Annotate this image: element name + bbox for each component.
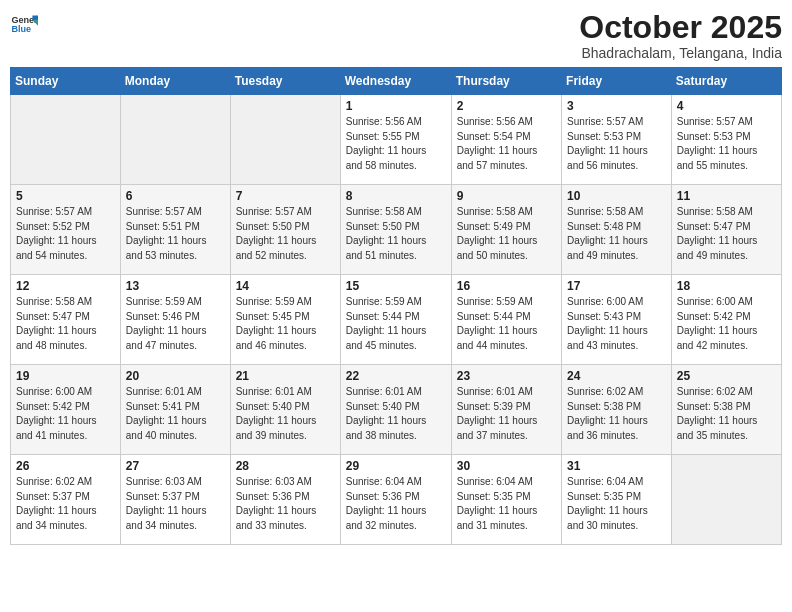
day-info: Sunrise: 6:01 AM Sunset: 5:41 PM Dayligh… [126,385,225,443]
day-cell: 30Sunrise: 6:04 AM Sunset: 5:35 PM Dayli… [451,455,561,545]
day-number: 28 [236,459,335,473]
header-row: SundayMondayTuesdayWednesdayThursdayFrid… [11,68,782,95]
day-cell: 4Sunrise: 5:57 AM Sunset: 5:53 PM Daylig… [671,95,781,185]
day-number: 12 [16,279,115,293]
header-day-sunday: Sunday [11,68,121,95]
day-cell: 11Sunrise: 5:58 AM Sunset: 5:47 PM Dayli… [671,185,781,275]
day-info: Sunrise: 5:59 AM Sunset: 5:46 PM Dayligh… [126,295,225,353]
day-cell: 27Sunrise: 6:03 AM Sunset: 5:37 PM Dayli… [120,455,230,545]
calendar-table: SundayMondayTuesdayWednesdayThursdayFrid… [10,67,782,545]
day-info: Sunrise: 6:02 AM Sunset: 5:37 PM Dayligh… [16,475,115,533]
day-info: Sunrise: 5:57 AM Sunset: 5:50 PM Dayligh… [236,205,335,263]
header-day-friday: Friday [562,68,672,95]
day-cell: 6Sunrise: 5:57 AM Sunset: 5:51 PM Daylig… [120,185,230,275]
day-info: Sunrise: 5:58 AM Sunset: 5:48 PM Dayligh… [567,205,666,263]
day-cell: 3Sunrise: 5:57 AM Sunset: 5:53 PM Daylig… [562,95,672,185]
header-day-saturday: Saturday [671,68,781,95]
day-number: 2 [457,99,556,113]
day-number: 29 [346,459,446,473]
day-cell [230,95,340,185]
calendar-subtitle: Bhadrachalam, Telangana, India [579,45,782,61]
day-cell [120,95,230,185]
day-info: Sunrise: 6:01 AM Sunset: 5:40 PM Dayligh… [346,385,446,443]
day-number: 14 [236,279,335,293]
header-day-monday: Monday [120,68,230,95]
day-number: 16 [457,279,556,293]
day-cell: 8Sunrise: 5:58 AM Sunset: 5:50 PM Daylig… [340,185,451,275]
day-number: 6 [126,189,225,203]
day-number: 4 [677,99,776,113]
day-info: Sunrise: 6:03 AM Sunset: 5:37 PM Dayligh… [126,475,225,533]
day-number: 26 [16,459,115,473]
day-number: 24 [567,369,666,383]
day-cell: 14Sunrise: 5:59 AM Sunset: 5:45 PM Dayli… [230,275,340,365]
day-info: Sunrise: 6:01 AM Sunset: 5:40 PM Dayligh… [236,385,335,443]
calendar-title: October 2025 [579,10,782,45]
day-cell: 23Sunrise: 6:01 AM Sunset: 5:39 PM Dayli… [451,365,561,455]
title-block: October 2025 Bhadrachalam, Telangana, In… [579,10,782,61]
day-info: Sunrise: 6:04 AM Sunset: 5:36 PM Dayligh… [346,475,446,533]
day-cell: 25Sunrise: 6:02 AM Sunset: 5:38 PM Dayli… [671,365,781,455]
week-row-4: 26Sunrise: 6:02 AM Sunset: 5:37 PM Dayli… [11,455,782,545]
day-number: 17 [567,279,666,293]
day-number: 7 [236,189,335,203]
day-number: 18 [677,279,776,293]
day-cell: 18Sunrise: 6:00 AM Sunset: 5:42 PM Dayli… [671,275,781,365]
day-number: 20 [126,369,225,383]
day-info: Sunrise: 6:03 AM Sunset: 5:36 PM Dayligh… [236,475,335,533]
header-day-tuesday: Tuesday [230,68,340,95]
day-info: Sunrise: 6:00 AM Sunset: 5:43 PM Dayligh… [567,295,666,353]
day-info: Sunrise: 5:58 AM Sunset: 5:50 PM Dayligh… [346,205,446,263]
day-info: Sunrise: 5:57 AM Sunset: 5:51 PM Dayligh… [126,205,225,263]
day-info: Sunrise: 5:56 AM Sunset: 5:54 PM Dayligh… [457,115,556,173]
day-info: Sunrise: 5:59 AM Sunset: 5:44 PM Dayligh… [457,295,556,353]
day-number: 8 [346,189,446,203]
day-cell: 24Sunrise: 6:02 AM Sunset: 5:38 PM Dayli… [562,365,672,455]
day-info: Sunrise: 5:58 AM Sunset: 5:47 PM Dayligh… [677,205,776,263]
day-info: Sunrise: 6:04 AM Sunset: 5:35 PM Dayligh… [457,475,556,533]
day-info: Sunrise: 5:58 AM Sunset: 5:47 PM Dayligh… [16,295,115,353]
day-cell: 20Sunrise: 6:01 AM Sunset: 5:41 PM Dayli… [120,365,230,455]
day-cell: 29Sunrise: 6:04 AM Sunset: 5:36 PM Dayli… [340,455,451,545]
day-cell: 31Sunrise: 6:04 AM Sunset: 5:35 PM Dayli… [562,455,672,545]
day-number: 22 [346,369,446,383]
day-cell: 26Sunrise: 6:02 AM Sunset: 5:37 PM Dayli… [11,455,121,545]
day-number: 31 [567,459,666,473]
week-row-3: 19Sunrise: 6:00 AM Sunset: 5:42 PM Dayli… [11,365,782,455]
day-cell: 22Sunrise: 6:01 AM Sunset: 5:40 PM Dayli… [340,365,451,455]
day-number: 11 [677,189,776,203]
day-info: Sunrise: 6:02 AM Sunset: 5:38 PM Dayligh… [677,385,776,443]
week-row-2: 12Sunrise: 5:58 AM Sunset: 5:47 PM Dayli… [11,275,782,365]
day-info: Sunrise: 5:59 AM Sunset: 5:45 PM Dayligh… [236,295,335,353]
day-cell [11,95,121,185]
day-number: 13 [126,279,225,293]
day-info: Sunrise: 6:01 AM Sunset: 5:39 PM Dayligh… [457,385,556,443]
day-cell: 15Sunrise: 5:59 AM Sunset: 5:44 PM Dayli… [340,275,451,365]
day-info: Sunrise: 5:56 AM Sunset: 5:55 PM Dayligh… [346,115,446,173]
day-cell: 5Sunrise: 5:57 AM Sunset: 5:52 PM Daylig… [11,185,121,275]
header-day-wednesday: Wednesday [340,68,451,95]
day-number: 21 [236,369,335,383]
week-row-1: 5Sunrise: 5:57 AM Sunset: 5:52 PM Daylig… [11,185,782,275]
day-cell: 9Sunrise: 5:58 AM Sunset: 5:49 PM Daylig… [451,185,561,275]
day-cell [671,455,781,545]
day-number: 3 [567,99,666,113]
day-number: 15 [346,279,446,293]
day-info: Sunrise: 6:00 AM Sunset: 5:42 PM Dayligh… [677,295,776,353]
day-cell: 7Sunrise: 5:57 AM Sunset: 5:50 PM Daylig… [230,185,340,275]
day-number: 30 [457,459,556,473]
day-number: 23 [457,369,556,383]
day-cell: 16Sunrise: 5:59 AM Sunset: 5:44 PM Dayli… [451,275,561,365]
calendar-header: General Blue October 2025 Bhadrachalam, … [10,10,782,61]
day-number: 19 [16,369,115,383]
day-cell: 2Sunrise: 5:56 AM Sunset: 5:54 PM Daylig… [451,95,561,185]
day-info: Sunrise: 6:00 AM Sunset: 5:42 PM Dayligh… [16,385,115,443]
day-cell: 1Sunrise: 5:56 AM Sunset: 5:55 PM Daylig… [340,95,451,185]
day-cell: 13Sunrise: 5:59 AM Sunset: 5:46 PM Dayli… [120,275,230,365]
svg-text:Blue: Blue [11,24,31,34]
day-number: 27 [126,459,225,473]
day-cell: 28Sunrise: 6:03 AM Sunset: 5:36 PM Dayli… [230,455,340,545]
day-cell: 17Sunrise: 6:00 AM Sunset: 5:43 PM Dayli… [562,275,672,365]
day-number: 1 [346,99,446,113]
day-info: Sunrise: 5:58 AM Sunset: 5:49 PM Dayligh… [457,205,556,263]
